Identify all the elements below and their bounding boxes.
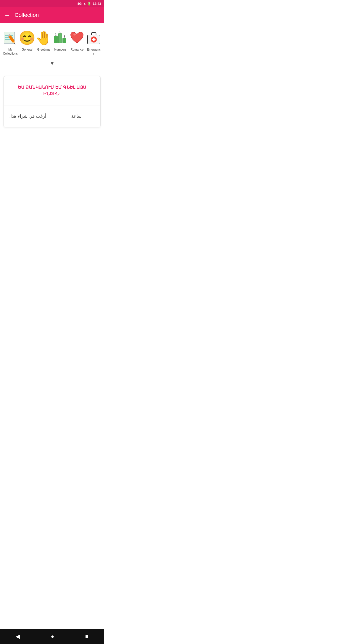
category-romance[interactable]: Romance [69,29,84,52]
card-question: ԵՍ ՁԱՆԿԱՆՈՒՄ ԵՄ ԳՆԵԼ ԱՅՍ ԻՆՔԻՆ: [4,76,100,105]
svg-rect-8 [54,36,58,43]
emergency-label: Emergency [86,48,101,56]
app-bar: ← Collection [0,7,104,23]
back-button[interactable]: ← [4,12,11,18]
category-emergency[interactable]: Emergency [86,29,101,56]
emergency-icon [86,30,102,46]
general-icon-wrap: 😊 [18,29,35,46]
battery-icon: 🔋 [87,2,91,6]
status-icons: ▲ 🔋 [83,2,91,6]
chevron-expand[interactable]: ▾ [0,58,104,71]
clock: 12:43 [93,2,101,6]
mycollections-label: My Collections [3,48,18,56]
signal-icon: ▲ [83,2,86,5]
section-divider [0,71,104,71]
status-bar: 4G ▲ 🔋 12:43 [0,0,104,7]
chevron-icon: ▾ [51,60,54,67]
greetings-icon: 🤚 [35,31,52,45]
card-answer-1[interactable]: أرغب في شراء هذا. [4,105,52,127]
svg-text:1: 1 [59,31,61,33]
romance-icon [69,30,85,46]
category-general[interactable]: 😊 General [19,29,34,52]
category-greetings[interactable]: 🤚 Greetings [36,29,51,52]
category-numbers[interactable]: 2 1 3 Numbers [53,29,68,52]
numbers-icon: 2 1 3 [53,30,68,45]
svg-rect-18 [92,39,96,40]
card-answers: أرغب في شراء هذا. ساعة [4,105,100,127]
card-answer-2[interactable]: ساعة [52,105,101,127]
numbers-icon-wrap: 2 1 3 [52,29,69,46]
mycollections-icon [3,30,18,46]
general-label: General [22,48,32,52]
mycollections-icon-wrap [2,29,19,46]
category-mycollections[interactable]: My Collections [3,29,18,56]
flashcard: ԵՍ ՁԱՆԿԱՆՈՒՄ ԵՄ ԳՆԵԼ ԱՅՍ ԻՆՔԻՆ: أرغب في … [4,76,101,127]
greetings-icon-wrap: 🤚 [35,29,52,46]
greetings-label: Greetings [37,48,50,52]
emergency-icon-wrap [85,29,102,46]
romance-icon-wrap [68,29,85,46]
numbers-label: Numbers [54,48,67,52]
app-bar-title: Collection [15,12,39,18]
svg-rect-10 [63,38,66,43]
svg-rect-9 [58,33,62,43]
svg-text:3: 3 [64,35,65,38]
svg-text:2: 2 [55,33,57,36]
general-icon: 😊 [19,31,35,45]
romance-label: Romance [71,48,83,52]
network-indicator: 4G [77,2,82,6]
categories-row: My Collections 😊 General 🤚 Greetings 2 1… [0,23,104,58]
